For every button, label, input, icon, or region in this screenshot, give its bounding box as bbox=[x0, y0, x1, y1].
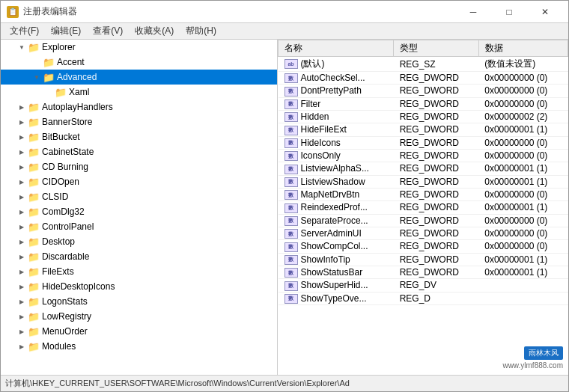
registry-tree: ▼📁Explorer📁Accent▼📁Advanced📁Xaml▶📁Autopl… bbox=[1, 40, 277, 354]
table-row[interactable]: 數SeparateProce...REG_DWORD0x00000000 (0) bbox=[279, 214, 568, 227]
tree-item-fileexts[interactable]: ▶📁FileExts bbox=[1, 264, 277, 279]
tree-item-comdlg32[interactable]: ▶📁ComDlg32 bbox=[1, 204, 277, 219]
tree-item-label: AutoplayHandlers bbox=[42, 102, 113, 112]
reg-name-cell: 數ListviewAlphaS... bbox=[279, 162, 394, 175]
table-row[interactable]: 數ShowInfoTipREG_DWORD0x00000001 (1) bbox=[279, 253, 568, 266]
tree-item-cidopen[interactable]: ▶📁CIDOpen bbox=[1, 174, 277, 189]
tree-item-controlpanel[interactable]: ▶📁ControlPanel bbox=[1, 219, 277, 234]
menu-item-文件(F)[interactable]: 文件(F) bbox=[4, 23, 45, 40]
tree-item-label: MenuOrder bbox=[42, 326, 88, 337]
expander-icon: ▶ bbox=[16, 206, 28, 218]
expander-icon: ▶ bbox=[16, 101, 28, 113]
table-row[interactable]: 數AutoCheckSel...REG_DWORD0x00000000 (0) bbox=[279, 72, 568, 85]
reg-type-cell: REG_DWORD bbox=[394, 123, 479, 136]
reg-type-cell: REG_DWORD bbox=[394, 227, 479, 239]
right-panel[interactable]: 名称 类型 数据 ab(默认)REG_SZ(数值未设置)數AutoCheckSe… bbox=[278, 40, 568, 375]
tree-item-clsid[interactable]: ▶📁CLSID bbox=[1, 189, 277, 204]
tree-item-desktop[interactable]: ▶📁Desktop bbox=[1, 234, 277, 249]
tree-item-bitbucket[interactable]: ▶📁BitBucket bbox=[1, 129, 277, 144]
reg-name-cell: 數ReindexedProf... bbox=[279, 201, 394, 214]
table-row[interactable]: 數MapNetDrvBtnREG_DWORD0x00000000 (0) bbox=[279, 188, 568, 200]
reg-type-cell: REG_DWORD bbox=[394, 136, 479, 149]
reg-type-icon: 數 bbox=[284, 255, 298, 265]
reg-data-cell: 0x00000001 (1) bbox=[478, 266, 568, 278]
left-panel[interactable]: ▼📁Explorer📁Accent▼📁Advanced📁Xaml▶📁Autopl… bbox=[1, 40, 278, 375]
menu-item-帮助(H)[interactable]: 帮助(H) bbox=[180, 23, 222, 40]
reg-type-cell: REG_DWORD bbox=[394, 175, 479, 188]
tree-item-hidedesktopicons[interactable]: ▶📁HideDesktopIcons bbox=[1, 279, 277, 294]
reg-name-cell: 數ShowTypeOve... bbox=[279, 292, 394, 304]
expander-icon: ▶ bbox=[16, 221, 28, 233]
col-type[interactable]: 类型 bbox=[394, 40, 479, 57]
close-button[interactable]: ✕ bbox=[528, 1, 562, 23]
folder-icon: 📁 bbox=[28, 132, 40, 142]
reg-data-cell: 0x00000000 (0) bbox=[478, 149, 568, 162]
table-row[interactable]: 數ShowCompCol...REG_DWORD0x00000000 (0) bbox=[279, 240, 568, 253]
reg-type-icon: 數 bbox=[284, 165, 298, 174]
folder-icon: 📁 bbox=[28, 177, 40, 187]
table-row[interactable]: 數ListviewAlphaS...REG_DWORD0x00000001 (1… bbox=[279, 162, 568, 175]
table-row[interactable]: 數ShowTypeOve...REG_D bbox=[279, 292, 568, 304]
table-row[interactable]: 數ShowStatusBarREG_DWORD0x00000001 (1) bbox=[279, 266, 568, 278]
status-bar: 计算机\HKEY_CURRENT_USER\SOFTWARE\Microsoft… bbox=[1, 375, 568, 391]
expander-icon: ▶ bbox=[16, 281, 28, 293]
tree-item-accent[interactable]: 📁Accent bbox=[1, 55, 277, 70]
col-name[interactable]: 名称 bbox=[279, 40, 394, 57]
menu-item-收藏夹(A)[interactable]: 收藏夹(A) bbox=[129, 23, 180, 40]
table-row[interactable]: 數DontPrettyPathREG_DWORD0x00000000 (0) bbox=[279, 85, 568, 97]
expander-icon bbox=[31, 56, 43, 68]
expander-icon: ▼ bbox=[16, 41, 28, 53]
tree-item-xaml[interactable]: 📁Xaml bbox=[1, 85, 277, 99]
tree-item-discardable[interactable]: ▶📁Discardable bbox=[1, 249, 277, 264]
folder-icon: 📁 bbox=[28, 192, 40, 202]
table-row[interactable]: ab(默认)REG_SZ(数值未设置) bbox=[279, 57, 568, 72]
table-row[interactable]: 數ServerAdminUIREG_DWORD0x00000000 (0) bbox=[279, 227, 568, 239]
expander-icon: ▶ bbox=[16, 116, 28, 128]
expander-icon: ▶ bbox=[16, 340, 28, 352]
menu-item-编辑(E)[interactable]: 编辑(E) bbox=[45, 23, 87, 40]
expander-icon: ▼ bbox=[31, 71, 43, 83]
title-controls: ─ □ ✕ bbox=[456, 1, 562, 23]
reg-type-cell: REG_DWORD bbox=[394, 162, 479, 175]
table-row[interactable]: 數ShowSuperHid...REG_DV bbox=[279, 279, 568, 292]
reg-type-icon: 數 bbox=[284, 229, 298, 239]
table-row[interactable]: 數HiddenREG_DWORD0x00000002 (2) bbox=[279, 110, 568, 123]
reg-name-cell: 數HideIcons bbox=[279, 136, 394, 149]
reg-name-cell: 數HideFileExt bbox=[279, 123, 394, 136]
reg-name-cell: 數SeparateProce... bbox=[279, 214, 394, 227]
table-row[interactable]: 數HideIconsREG_DWORD0x00000000 (0) bbox=[279, 136, 568, 149]
tree-item-logonstats[interactable]: ▶📁LogonStats bbox=[1, 294, 277, 309]
expander-icon: ▶ bbox=[16, 236, 28, 248]
tree-item-label: BannerStore bbox=[42, 117, 92, 127]
minimize-button[interactable]: ─ bbox=[456, 1, 490, 23]
table-row[interactable]: 數ReindexedProf...REG_DWORD0x00000001 (1) bbox=[279, 201, 568, 214]
reg-data-cell: 0x00000000 (0) bbox=[478, 136, 568, 149]
col-data[interactable]: 数据 bbox=[478, 40, 568, 57]
reg-type-cell: REG_D bbox=[394, 292, 479, 304]
tree-item-modules[interactable]: ▶📁Modules bbox=[1, 339, 277, 354]
tree-item-advanced[interactable]: ▼📁Advanced bbox=[1, 70, 277, 85]
tree-item-label: BitBucket bbox=[42, 132, 80, 142]
table-row[interactable]: 數FilterREG_DWORD0x00000000 (0) bbox=[279, 97, 568, 110]
title-bar: 📋 注册表编辑器 ─ □ ✕ bbox=[1, 1, 568, 23]
maximize-button[interactable]: □ bbox=[492, 1, 526, 23]
reg-type-cell: REG_DWORD bbox=[394, 85, 479, 97]
folder-icon: 📁 bbox=[28, 221, 40, 232]
expander-icon: ▶ bbox=[16, 146, 28, 158]
menu-item-查看(V)[interactable]: 查看(V) bbox=[87, 23, 129, 40]
tree-item-cdburning[interactable]: ▶📁CD Burning bbox=[1, 159, 277, 174]
tree-item-bannerstore[interactable]: ▶📁BannerStore bbox=[1, 114, 277, 129]
tree-item-label: Desktop bbox=[42, 236, 75, 247]
tree-item-autoplayhandlers[interactable]: ▶📁AutoplayHandlers bbox=[1, 99, 277, 114]
tree-item-lowregistry[interactable]: ▶📁LowRegistry bbox=[1, 309, 277, 324]
expander-icon: ▶ bbox=[16, 251, 28, 263]
table-row[interactable]: 數ListviewShadowREG_DWORD0x00000001 (1) bbox=[279, 175, 568, 188]
reg-type-cell: REG_DWORD bbox=[394, 240, 479, 253]
reg-type-icon: 數 bbox=[284, 126, 298, 135]
folder-icon: 📁 bbox=[43, 72, 55, 82]
table-row[interactable]: 數IconsOnlyREG_DWORD0x00000000 (0) bbox=[279, 149, 568, 162]
table-row[interactable]: 數HideFileExtREG_DWORD0x00000001 (1) bbox=[279, 123, 568, 136]
tree-item-menuorder[interactable]: ▶📁MenuOrder bbox=[1, 324, 277, 339]
tree-item-explorer[interactable]: ▼📁Explorer bbox=[1, 40, 277, 55]
tree-item-cabinetstate[interactable]: ▶📁CabinetState bbox=[1, 144, 277, 159]
